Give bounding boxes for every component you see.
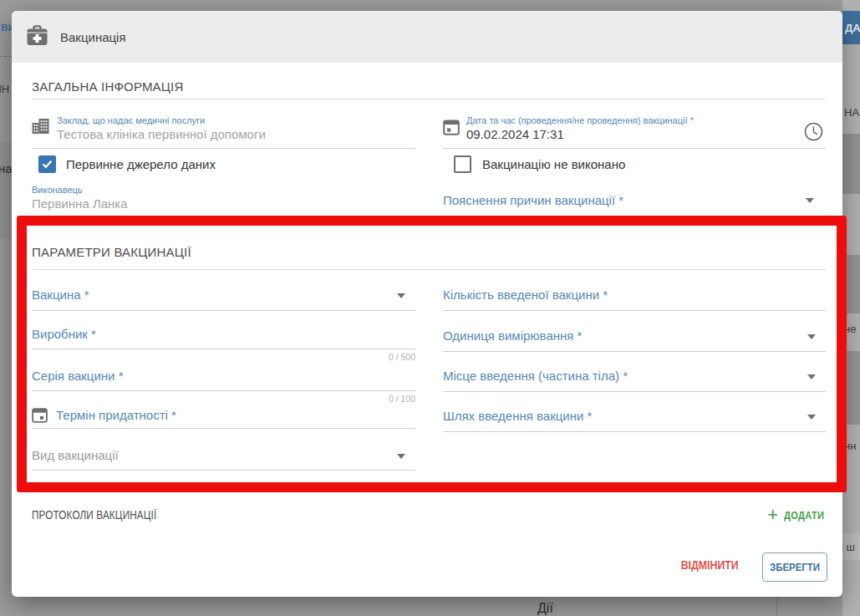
general-divider	[32, 99, 826, 99]
chevron-down-icon	[807, 334, 816, 339]
manufacturer-label: Виробник *	[32, 327, 96, 341]
cancel-button-label: ВІДМІНИТИ	[681, 558, 739, 572]
general-section-heading: ЗАГАЛЬНА ІНФОРМАЦІЯ	[32, 79, 184, 94]
parameters-divider	[32, 269, 826, 270]
quantity-input[interactable]: Кількість введеної вакцини *	[443, 288, 826, 303]
background-right-block-1	[842, 134, 860, 194]
datetime-underline	[443, 148, 826, 149]
background-top-right-badge: ДА	[842, 11, 860, 44]
facility-underline	[32, 148, 415, 149]
chevron-down-icon	[807, 415, 816, 420]
calendar-icon	[32, 407, 48, 426]
modal-title: Вакцинація	[60, 30, 126, 44]
medical-kit-icon	[26, 25, 48, 49]
not-performed-label: Вакцинацію не виконано	[482, 157, 625, 171]
plus-icon: +	[767, 507, 778, 523]
route-select[interactable]: Шлях введення вакцини *	[443, 409, 826, 424]
background-right-text-3: нн	[844, 440, 856, 452]
background-right-block-2	[842, 255, 860, 313]
building-icon	[32, 118, 49, 137]
background-right-text-2: не	[844, 323, 856, 335]
site-label: Місце введення (частина тіла) *	[443, 369, 628, 383]
save-button[interactable]: ЗБЕРЕГТИ	[762, 552, 827, 582]
route-label: Шлях введення вакцини *	[443, 409, 592, 423]
background-right-block-3	[842, 351, 860, 425]
performer-field: Виконавець Первинна Ланка	[32, 185, 128, 211]
add-protocol-label: ДОДАТИ	[784, 509, 824, 522]
site-select[interactable]: Місце введення (частина тіла) *	[443, 369, 826, 384]
expiry-input[interactable]: Термін придатності *	[32, 405, 415, 420]
quantity-underline	[443, 310, 826, 311]
background-right-text-4: і ш	[841, 541, 855, 553]
parameters-section-heading: ПАРАМЕТРИ ВАКЦИНАЦІЇ	[32, 245, 191, 259]
performer-label: Виконавець	[32, 185, 128, 195]
facility-label: Заклад, що надає медичні послуги	[57, 115, 415, 125]
checkbox-checked-icon[interactable]	[38, 155, 56, 173]
protocols-section-heading: ПРОТОКОЛИ ВАКЦИНАЦІЇ	[32, 507, 192, 522]
calendar-icon	[443, 119, 460, 139]
background-vertical-divider	[776, 597, 777, 616]
manufacturer-counter: 0 / 500	[357, 352, 415, 362]
save-button-label: ЗБЕРЕГТИ	[770, 561, 820, 573]
facility-field: Заклад, що надає медичні послуги Тестова…	[32, 115, 415, 149]
route-underline	[443, 431, 826, 432]
add-protocol-button[interactable]: + ДОДАТИ	[767, 507, 832, 523]
checkbox-unchecked-icon[interactable]	[454, 155, 471, 173]
chevron-down-icon	[397, 454, 405, 459]
vaccine-underline	[32, 310, 415, 311]
not-performed-checkbox[interactable]: Вакцинацію не виконано	[454, 155, 625, 173]
unit-underline	[443, 351, 826, 352]
facility-value: Тестова клініка первинної допомоги	[57, 127, 415, 141]
vaccine-select[interactable]: Вакцина *	[32, 288, 415, 303]
clock-icon[interactable]	[804, 122, 823, 145]
vaccine-label: Вакцина *	[32, 288, 89, 302]
series-counter: 0 / 100	[357, 394, 415, 404]
kind-underline	[32, 470, 415, 471]
screen: ви МН на ДА НА не нн і ш Дії Вакцинація	[0, 0, 860, 616]
kind-label: Вид вакцинації	[32, 448, 119, 462]
background-left-text-1: МН	[0, 83, 9, 95]
datetime-value: 09.02.2024 17:31	[466, 127, 826, 141]
background-right-text-1: НА	[844, 106, 859, 119]
primary-source-checkbox[interactable]: Первинне джерело даних	[38, 155, 216, 173]
manufacturer-input[interactable]: Виробник * 0 / 500	[32, 327, 415, 342]
background-bottom-text: Дії	[537, 601, 553, 616]
unit-select[interactable]: Одиниця вимірювання *	[443, 328, 826, 344]
kind-select[interactable]: Вид вакцинації	[32, 448, 415, 463]
series-label: Серія вакцини *	[32, 369, 123, 383]
site-underline	[443, 391, 826, 392]
unit-label: Одиниця вимірювання *	[443, 328, 582, 343]
background-left-text-2: на	[0, 161, 13, 176]
chevron-down-icon	[806, 198, 814, 203]
series-input[interactable]: Серія вакцини * 0 / 100	[32, 369, 415, 384]
primary-source-label: Первинне джерело даних	[66, 157, 216, 171]
manufacturer-underline	[32, 349, 415, 349]
background-dashed-divider	[0, 56, 12, 57]
explanation-select[interactable]: Пояснення причин вакцинації *	[443, 193, 826, 208]
background-left-card	[0, 142, 12, 239]
quantity-label: Кількість введеної вакцини *	[443, 288, 608, 302]
cancel-button[interactable]: ВІДМІНИТИ	[664, 557, 756, 573]
datetime-field[interactable]: Дата та час (проведення/не проведення) в…	[443, 115, 826, 149]
datetime-label: Дата та час (проведення/не проведення) в…	[466, 115, 826, 125]
vaccination-modal: Вакцинація ЗАГАЛЬНА ІНФОРМАЦІЯ З	[12, 11, 842, 597]
expiry-underline	[32, 428, 415, 429]
explanation-label: Пояснення причин вакцинації *	[443, 193, 623, 207]
expiry-label: Термін придатності *	[56, 408, 176, 422]
modal-header: Вакцинація	[12, 11, 842, 63]
series-underline	[32, 390, 415, 391]
chevron-down-icon	[807, 374, 816, 379]
performer-value: Первинна Ланка	[32, 196, 128, 211]
chevron-down-icon	[397, 293, 405, 298]
